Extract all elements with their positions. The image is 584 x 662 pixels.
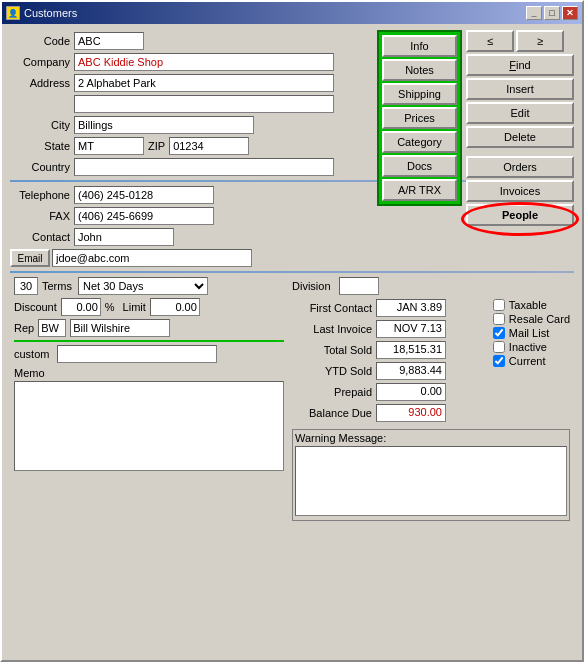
close-button[interactable]: ✕ bbox=[562, 6, 578, 20]
find-button[interactable]: Find bbox=[466, 54, 574, 76]
resale-row: Resale Card bbox=[493, 313, 570, 325]
city-input[interactable] bbox=[74, 116, 254, 134]
memo-section: Memo bbox=[14, 367, 284, 471]
current-checkbox[interactable] bbox=[493, 355, 505, 367]
division-row: Division bbox=[292, 277, 570, 295]
maximize-button[interactable]: □ bbox=[544, 6, 560, 20]
terms-label: Terms bbox=[42, 280, 72, 292]
terms-num-input[interactable] bbox=[14, 277, 38, 295]
limit-label: Limit bbox=[123, 301, 146, 313]
discount-row: Discount % Limit bbox=[14, 298, 284, 316]
window-icon: 👤 bbox=[6, 6, 20, 20]
ytd-sold-value: 9,883.44 bbox=[376, 362, 446, 380]
tab-category[interactable]: Category bbox=[382, 131, 457, 153]
email-input[interactable] bbox=[52, 249, 252, 267]
tab-info[interactable]: Info bbox=[382, 35, 457, 57]
zip-label: ZIP bbox=[148, 140, 165, 152]
customers-window: 👤 Customers _ □ ✕ 1 ≤ ≥ Find Insert Edit… bbox=[0, 0, 584, 662]
rep-name-input[interactable] bbox=[70, 319, 170, 337]
inactive-checkbox[interactable] bbox=[493, 341, 505, 353]
custom-row: custom bbox=[14, 345, 284, 363]
city-label: City bbox=[10, 119, 70, 131]
next-button[interactable]: ≥ bbox=[516, 30, 564, 52]
insert-button[interactable]: Insert bbox=[466, 78, 574, 100]
limit-input[interactable] bbox=[150, 298, 200, 316]
percent-label: % bbox=[105, 301, 115, 313]
window-title: Customers bbox=[24, 7, 77, 19]
resale-checkbox[interactable] bbox=[493, 313, 505, 325]
company-input[interactable] bbox=[74, 53, 334, 71]
zip-input[interactable] bbox=[169, 137, 249, 155]
address2-input[interactable] bbox=[74, 95, 334, 113]
inactive-row: Inactive bbox=[493, 341, 570, 353]
checkboxes-section: Taxable Resale Card Mail List Inact bbox=[493, 299, 570, 425]
orders-button[interactable]: Orders bbox=[466, 156, 574, 178]
rep-code-input[interactable] bbox=[38, 319, 66, 337]
fax-input[interactable] bbox=[74, 207, 214, 225]
bottom-section: Terms Net 30 Days Discount % Limit Rep bbox=[10, 277, 574, 521]
ytd-sold-label: YTD Sold bbox=[292, 365, 372, 377]
custom-input[interactable] bbox=[57, 345, 217, 363]
balance-due-label: Balance Due bbox=[292, 407, 372, 419]
edit-button[interactable]: Edit bbox=[466, 102, 574, 124]
right-column: Division First Contact JAN 3.89 Last Inv… bbox=[292, 277, 570, 521]
prepaid-row: Prepaid 0.00 bbox=[292, 383, 489, 401]
prev-button[interactable]: ≤ bbox=[466, 30, 514, 52]
invoices-button[interactable]: Invoices bbox=[466, 180, 574, 202]
telephone-input[interactable] bbox=[74, 186, 214, 204]
email-button[interactable]: Email bbox=[10, 249, 50, 267]
tab-shipping[interactable]: Shipping bbox=[382, 83, 457, 105]
tab-prices[interactable]: Prices bbox=[382, 107, 457, 129]
data-area: First Contact JAN 3.89 Last Invoice NOV … bbox=[292, 299, 570, 425]
taxable-label: Taxable bbox=[509, 299, 547, 311]
taxable-checkbox[interactable] bbox=[493, 299, 505, 311]
memo-textarea[interactable] bbox=[14, 381, 284, 471]
maillist-row: Mail List bbox=[493, 327, 570, 339]
custom-label: custom bbox=[14, 348, 49, 360]
taxable-row: Taxable bbox=[493, 299, 570, 311]
first-contact-label: First Contact bbox=[292, 302, 372, 314]
warning-textarea-container bbox=[295, 446, 567, 518]
warning-box: Warning Message: bbox=[292, 429, 570, 521]
people-button[interactable]: People bbox=[466, 204, 574, 226]
code-input[interactable] bbox=[74, 32, 144, 50]
right-panel: ≤ ≥ Find Insert Edit Delete Orders Invoi… bbox=[466, 30, 574, 226]
total-sold-label: Total Sold bbox=[292, 344, 372, 356]
address1-input[interactable] bbox=[74, 74, 334, 92]
divider2 bbox=[10, 271, 574, 273]
current-row: Current bbox=[493, 355, 570, 367]
tab-docs[interactable]: Docs bbox=[382, 155, 457, 177]
terms-row: Terms Net 30 Days bbox=[14, 277, 284, 295]
memo-container bbox=[14, 381, 284, 471]
telephone-label: Telephone bbox=[10, 189, 70, 201]
state-input[interactable] bbox=[74, 137, 144, 155]
division-input[interactable] bbox=[339, 277, 379, 295]
contact-input[interactable] bbox=[74, 228, 174, 246]
terms-select[interactable]: Net 30 Days bbox=[78, 277, 208, 295]
last-invoice-row: Last Invoice NOV 7.13 bbox=[292, 320, 489, 338]
title-bar: 👤 Customers _ □ ✕ bbox=[2, 2, 582, 24]
current-label: Current bbox=[509, 355, 546, 367]
tab-notes[interactable]: Notes bbox=[382, 59, 457, 81]
minimize-button[interactable]: _ bbox=[526, 6, 542, 20]
tab-ar-trx[interactable]: A/R TRX bbox=[382, 179, 457, 201]
ytd-sold-row: YTD Sold 9,883.44 bbox=[292, 362, 489, 380]
company-label: Company bbox=[10, 56, 70, 68]
main-content: 1 ≤ ≥ Find Insert Edit Delete Orders Inv… bbox=[2, 24, 582, 527]
balance-due-value: 930.00 bbox=[376, 404, 446, 422]
balance-due-row: Balance Due 930.00 bbox=[292, 404, 489, 422]
country-input[interactable] bbox=[74, 158, 334, 176]
rep-label: Rep bbox=[14, 322, 34, 334]
maillist-checkbox[interactable] bbox=[493, 327, 505, 339]
last-invoice-label: Last Invoice bbox=[292, 323, 372, 335]
last-invoice-value: NOV 7.13 bbox=[376, 320, 446, 338]
maillist-label: Mail List bbox=[509, 327, 549, 339]
address-label: Address bbox=[10, 77, 70, 89]
contact-row: Contact bbox=[10, 228, 574, 246]
warning-label: Warning Message: bbox=[295, 432, 567, 444]
discount-input[interactable] bbox=[61, 298, 101, 316]
delete-button[interactable]: Delete bbox=[466, 126, 574, 148]
warning-textarea[interactable] bbox=[295, 446, 567, 516]
division-label: Division bbox=[292, 280, 331, 292]
data-fields: First Contact JAN 3.89 Last Invoice NOV … bbox=[292, 299, 489, 425]
